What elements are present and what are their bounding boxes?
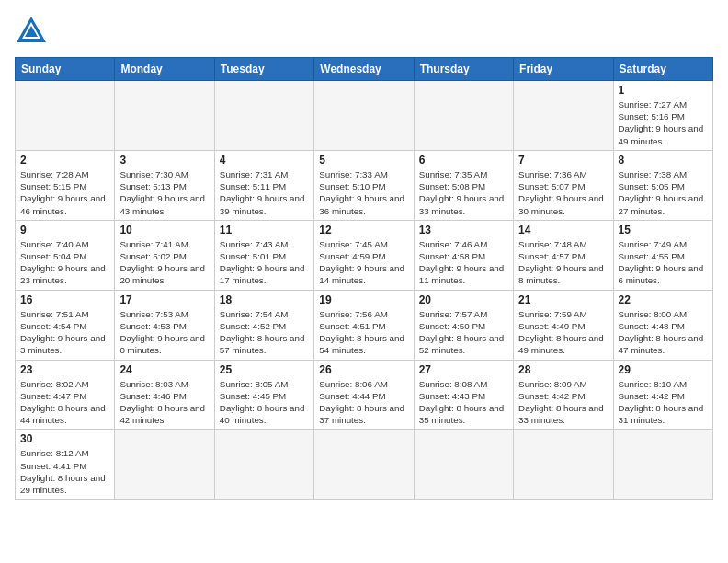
- week-row-5: 23Sunrise: 8:02 AMSunset: 4:47 PMDayligh…: [16, 360, 713, 430]
- day-number: 23: [20, 363, 109, 376]
- weekday-header-tuesday: Tuesday: [214, 58, 313, 81]
- day-info: Sunrise: 8:09 AMSunset: 4:42 PMDaylight:…: [518, 378, 608, 427]
- day-number: 29: [619, 363, 708, 376]
- calendar-cell: 6Sunrise: 7:35 AMSunset: 5:08 PMDaylight…: [414, 150, 513, 220]
- day-number: 25: [220, 363, 309, 376]
- day-info: Sunrise: 7:36 AMSunset: 5:07 PMDaylight:…: [518, 168, 608, 217]
- calendar-cell: [314, 81, 414, 151]
- calendar-cell: 1Sunrise: 7:27 AMSunset: 5:16 PMDaylight…: [613, 81, 712, 151]
- calendar-cell: [514, 430, 613, 500]
- day-number: 18: [220, 293, 309, 306]
- day-number: 7: [518, 154, 608, 167]
- calendar-cell: 17Sunrise: 7:53 AMSunset: 4:53 PMDayligh…: [115, 290, 214, 360]
- calendar-cell: 16Sunrise: 7:51 AMSunset: 4:54 PMDayligh…: [16, 290, 115, 360]
- day-number: 22: [619, 293, 708, 306]
- day-info: Sunrise: 8:12 AMSunset: 4:41 PMDaylight:…: [20, 447, 109, 496]
- calendar-cell: 9Sunrise: 7:40 AMSunset: 5:04 PMDaylight…: [16, 220, 115, 290]
- calendar-cell: 15Sunrise: 7:49 AMSunset: 4:55 PMDayligh…: [613, 220, 712, 290]
- calendar-cell: 4Sunrise: 7:31 AMSunset: 5:11 PMDaylight…: [214, 150, 313, 220]
- calendar-cell: [314, 430, 414, 500]
- week-row-3: 9Sunrise: 7:40 AMSunset: 5:04 PMDaylight…: [16, 220, 713, 290]
- calendar-cell: 24Sunrise: 8:03 AMSunset: 4:46 PMDayligh…: [115, 360, 214, 430]
- calendar-cell: 27Sunrise: 8:08 AMSunset: 4:43 PMDayligh…: [414, 360, 513, 430]
- day-info: Sunrise: 7:51 AMSunset: 4:54 PMDaylight:…: [20, 308, 109, 357]
- day-number: 1: [619, 84, 708, 97]
- weekday-header-row: SundayMondayTuesdayWednesdayThursdayFrid…: [16, 58, 713, 81]
- calendar-cell: 20Sunrise: 7:57 AMSunset: 4:50 PMDayligh…: [414, 290, 513, 360]
- day-info: Sunrise: 7:33 AMSunset: 5:10 PMDaylight:…: [319, 168, 408, 217]
- day-number: 4: [220, 154, 309, 167]
- week-row-1: 1Sunrise: 7:27 AMSunset: 5:16 PMDaylight…: [16, 81, 713, 151]
- day-number: 19: [319, 293, 408, 306]
- calendar-cell: [214, 81, 313, 151]
- day-info: Sunrise: 7:43 AMSunset: 5:01 PMDaylight:…: [220, 238, 309, 287]
- calendar-cell: [16, 81, 115, 151]
- calendar-cell: 25Sunrise: 8:05 AMSunset: 4:45 PMDayligh…: [214, 360, 313, 430]
- day-info: Sunrise: 7:59 AMSunset: 4:49 PMDaylight:…: [518, 308, 608, 357]
- calendar-cell: 23Sunrise: 8:02 AMSunset: 4:47 PMDayligh…: [16, 360, 115, 430]
- page: SundayMondayTuesdayWednesdayThursdayFrid…: [0, 0, 728, 563]
- day-number: 9: [20, 224, 109, 236]
- calendar-cell: [115, 81, 214, 151]
- day-info: Sunrise: 7:53 AMSunset: 4:53 PMDaylight:…: [119, 308, 209, 357]
- day-number: 5: [319, 154, 408, 167]
- calendar-cell: 10Sunrise: 7:41 AMSunset: 5:02 PMDayligh…: [115, 220, 214, 290]
- day-number: 27: [419, 363, 508, 376]
- calendar-cell: [414, 81, 513, 151]
- calendar-cell: 11Sunrise: 7:43 AMSunset: 5:01 PMDayligh…: [214, 220, 313, 290]
- calendar-cell: [414, 430, 513, 500]
- day-number: 24: [119, 363, 209, 376]
- day-info: Sunrise: 8:02 AMSunset: 4:47 PMDaylight:…: [20, 378, 109, 427]
- day-number: 15: [619, 224, 708, 236]
- calendar-cell: 5Sunrise: 7:33 AMSunset: 5:10 PMDaylight…: [314, 150, 414, 220]
- weekday-header-thursday: Thursday: [414, 58, 513, 81]
- day-info: Sunrise: 7:35 AMSunset: 5:08 PMDaylight:…: [419, 168, 508, 217]
- weekday-header-wednesday: Wednesday: [314, 58, 414, 81]
- calendar-cell: [613, 430, 712, 500]
- day-number: 11: [220, 224, 309, 236]
- day-info: Sunrise: 7:49 AMSunset: 4:55 PMDaylight:…: [619, 238, 708, 287]
- weekday-header-saturday: Saturday: [613, 58, 712, 81]
- week-row-4: 16Sunrise: 7:51 AMSunset: 4:54 PMDayligh…: [16, 290, 713, 360]
- calendar-cell: 12Sunrise: 7:45 AMSunset: 4:59 PMDayligh…: [314, 220, 414, 290]
- logo-icon: [15, 15, 48, 48]
- calendar-cell: 26Sunrise: 8:06 AMSunset: 4:44 PMDayligh…: [314, 360, 414, 430]
- day-number: 8: [619, 154, 708, 167]
- calendar-cell: [115, 430, 214, 500]
- day-number: 12: [319, 224, 408, 236]
- week-row-2: 2Sunrise: 7:28 AMSunset: 5:15 PMDaylight…: [16, 150, 713, 220]
- day-number: 10: [119, 224, 209, 236]
- day-number: 6: [419, 154, 508, 167]
- day-number: 13: [419, 224, 508, 236]
- day-info: Sunrise: 7:56 AMSunset: 4:51 PMDaylight:…: [319, 308, 408, 357]
- calendar-cell: 21Sunrise: 7:59 AMSunset: 4:49 PMDayligh…: [514, 290, 613, 360]
- calendar-cell: 30Sunrise: 8:12 AMSunset: 4:41 PMDayligh…: [16, 430, 115, 500]
- day-info: Sunrise: 7:54 AMSunset: 4:52 PMDaylight:…: [220, 308, 309, 357]
- calendar-cell: 19Sunrise: 7:56 AMSunset: 4:51 PMDayligh…: [314, 290, 414, 360]
- calendar-cell: [214, 430, 313, 500]
- day-info: Sunrise: 7:57 AMSunset: 4:50 PMDaylight:…: [419, 308, 508, 357]
- day-info: Sunrise: 7:48 AMSunset: 4:57 PMDaylight:…: [518, 238, 608, 287]
- day-info: Sunrise: 8:05 AMSunset: 4:45 PMDaylight:…: [220, 378, 309, 427]
- day-info: Sunrise: 7:46 AMSunset: 4:58 PMDaylight:…: [419, 238, 508, 287]
- day-number: 3: [119, 154, 209, 167]
- day-number: 16: [20, 293, 109, 306]
- header: [15, 15, 713, 48]
- day-number: 2: [20, 154, 109, 167]
- weekday-header-monday: Monday: [115, 58, 214, 81]
- weekday-header-sunday: Sunday: [16, 58, 115, 81]
- calendar-cell: 18Sunrise: 7:54 AMSunset: 4:52 PMDayligh…: [214, 290, 313, 360]
- day-info: Sunrise: 7:38 AMSunset: 5:05 PMDaylight:…: [619, 168, 708, 217]
- day-info: Sunrise: 7:30 AMSunset: 5:13 PMDaylight:…: [119, 168, 209, 217]
- day-number: 26: [319, 363, 408, 376]
- day-info: Sunrise: 8:00 AMSunset: 4:48 PMDaylight:…: [619, 308, 708, 357]
- day-info: Sunrise: 8:10 AMSunset: 4:42 PMDaylight:…: [619, 378, 708, 427]
- day-info: Sunrise: 8:03 AMSunset: 4:46 PMDaylight:…: [119, 378, 209, 427]
- day-number: 28: [518, 363, 608, 376]
- day-info: Sunrise: 8:08 AMSunset: 4:43 PMDaylight:…: [419, 378, 508, 427]
- logo: [15, 15, 51, 48]
- day-number: 21: [518, 293, 608, 306]
- calendar-cell: 13Sunrise: 7:46 AMSunset: 4:58 PMDayligh…: [414, 220, 513, 290]
- calendar: SundayMondayTuesdayWednesdayThursdayFrid…: [15, 57, 713, 500]
- calendar-cell: 8Sunrise: 7:38 AMSunset: 5:05 PMDaylight…: [613, 150, 712, 220]
